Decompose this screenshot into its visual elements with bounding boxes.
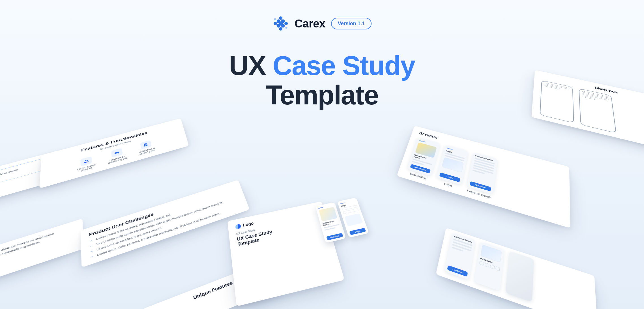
feature-label: Lorem ipsum dolor sit — [77, 164, 96, 173]
phone-button: Login — [439, 172, 460, 182]
arrow-icon: → — [90, 255, 94, 259]
card-sketches: Sketches — [531, 70, 644, 158]
card-screens: Screens Carex Welcome to Carex. Get Star… — [397, 126, 570, 228]
map-illustration-icon — [344, 213, 363, 226]
card-screens-row2: Additional Details Continue Verification — [436, 228, 598, 309]
screen-item: Carex Login Login Login — [435, 145, 469, 190]
fragment-bullet: na malesuada suspendisse. — [0, 229, 75, 257]
card-features: Features & Functionalities To resolve us… — [39, 118, 189, 188]
phone-button: Continue — [470, 181, 491, 191]
mock-button: Login — [349, 228, 366, 235]
phone-onboarding: Carex Welcome to Carex. Get Started — [407, 137, 441, 176]
car-illustration-icon — [319, 207, 338, 222]
phone-additional-details: Additional Details Continue — [444, 233, 475, 280]
bullet-text: Sed ut enim nulla iquam egestas tortor, … — [96, 201, 223, 246]
arrow-icon: → — [89, 244, 93, 248]
phone-login: Carex Login Login — [436, 145, 469, 185]
mock-button: Welcome! — [326, 233, 343, 240]
perspective-stage: g elit. Nunc sagittis entum. Scelerisque… — [0, 0, 644, 309]
phone-button: Get Started — [410, 164, 431, 173]
phone-personal-details: Personal Details Continue — [467, 153, 498, 194]
svg-point-11 — [85, 160, 86, 162]
phone-verification: Verification — [474, 242, 504, 291]
cover-logo-name: Logo — [243, 221, 254, 228]
feature-item: adipiscing a aliquet justo — [138, 140, 155, 156]
feature-item: consectetur adipiscing elit. — [107, 147, 128, 164]
screen-item: Personal Details Continue Personal Detai… — [466, 153, 498, 199]
svg-point-12 — [87, 160, 88, 161]
phone-button: Continue — [447, 265, 468, 277]
feature-item: Lorem ipsum dolor sit — [77, 155, 96, 173]
card-challenges: Product User Challenges →Lorem ipsum dol… — [81, 180, 250, 267]
screen-item: Carex Welcome to Carex. Get Started Onbo… — [405, 137, 440, 181]
feature-label: consectetur adipiscing elit. — [108, 154, 128, 164]
card-fragment-left-bottom: Scelerisque molestie eu amet laoreet na … — [0, 218, 83, 284]
fragment-bullet: Scelerisque molestie eu amet laoreet — [0, 226, 75, 253]
swirl-icon — [235, 224, 241, 229]
wireframe-phone — [579, 88, 616, 133]
wireframe-phone — [540, 80, 574, 123]
arrow-icon: → — [89, 239, 93, 243]
phone-map — [505, 251, 534, 302]
arrow-icon: → — [90, 249, 93, 254]
